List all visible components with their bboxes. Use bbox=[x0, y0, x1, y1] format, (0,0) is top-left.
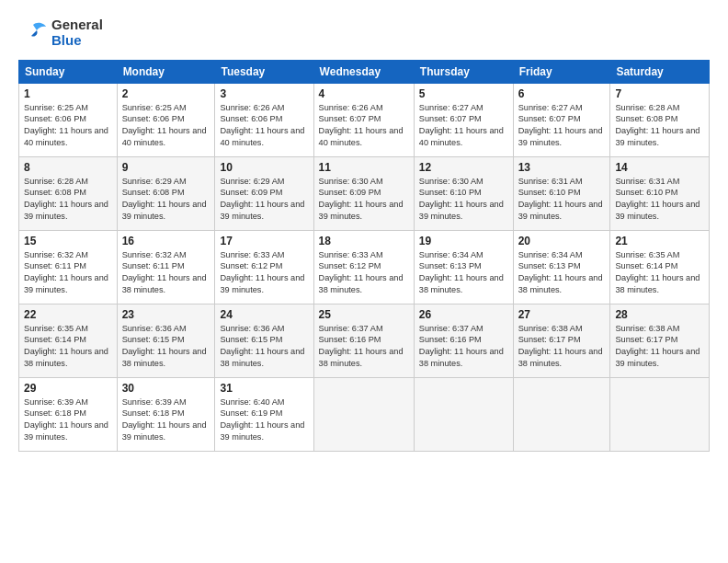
calendar-cell: 3 Sunrise: 6:26 AM Sunset: 6:06 PM Dayli… bbox=[215, 83, 313, 156]
calendar-cell: 11 Sunrise: 6:30 AM Sunset: 6:09 PM Dayl… bbox=[313, 156, 414, 230]
calendar-cell: 20 Sunrise: 6:34 AM Sunset: 6:13 PM Dayl… bbox=[513, 230, 610, 304]
day-info: Sunrise: 6:33 AM Sunset: 6:12 PM Dayligh… bbox=[319, 249, 409, 297]
logo-blue-label: Blue bbox=[51, 32, 103, 48]
day-info: Sunrise: 6:27 AM Sunset: 6:07 PM Dayligh… bbox=[518, 102, 606, 150]
weekday-header-row: SundayMondayTuesdayWednesdayThursdayFrid… bbox=[19, 60, 710, 83]
calendar-cell: 27 Sunrise: 6:38 AM Sunset: 6:17 PM Dayl… bbox=[513, 304, 610, 377]
calendar-cell: 24 Sunrise: 6:36 AM Sunset: 6:15 PM Dayl… bbox=[215, 304, 313, 377]
day-info: Sunrise: 6:25 AM Sunset: 6:06 PM Dayligh… bbox=[24, 102, 112, 150]
day-info: Sunrise: 6:25 AM Sunset: 6:06 PM Dayligh… bbox=[122, 102, 210, 150]
calendar-cell: 29 Sunrise: 6:39 AM Sunset: 6:18 PM Dayl… bbox=[19, 377, 118, 451]
day-info: Sunrise: 6:35 AM Sunset: 6:14 PM Dayligh… bbox=[24, 323, 112, 371]
day-info: Sunrise: 6:38 AM Sunset: 6:17 PM Dayligh… bbox=[615, 323, 704, 371]
day-number: 23 bbox=[122, 308, 210, 321]
day-number: 1 bbox=[24, 87, 112, 100]
calendar-cell: 14 Sunrise: 6:31 AM Sunset: 6:10 PM Dayl… bbox=[610, 156, 710, 230]
day-info: Sunrise: 6:26 AM Sunset: 6:07 PM Dayligh… bbox=[319, 102, 409, 150]
calendar-cell: 21 Sunrise: 6:35 AM Sunset: 6:14 PM Dayl… bbox=[610, 230, 710, 304]
logo-bird-icon bbox=[18, 17, 48, 47]
weekday-header-wednesday: Wednesday bbox=[313, 60, 414, 83]
calendar-week-5: 29 Sunrise: 6:39 AM Sunset: 6:18 PM Dayl… bbox=[19, 377, 710, 451]
calendar-cell: 30 Sunrise: 6:39 AM Sunset: 6:18 PM Dayl… bbox=[117, 377, 215, 451]
calendar-week-2: 8 Sunrise: 6:28 AM Sunset: 6:08 PM Dayli… bbox=[19, 156, 710, 230]
calendar-cell: 17 Sunrise: 6:33 AM Sunset: 6:12 PM Dayl… bbox=[215, 230, 313, 304]
day-info: Sunrise: 6:36 AM Sunset: 6:15 PM Dayligh… bbox=[220, 323, 308, 371]
day-number: 13 bbox=[518, 161, 606, 174]
day-number: 21 bbox=[615, 235, 704, 247]
day-number: 2 bbox=[122, 87, 210, 100]
weekday-header-thursday: Thursday bbox=[414, 60, 513, 83]
header: General Blue bbox=[18, 17, 710, 49]
day-number: 30 bbox=[122, 382, 210, 395]
calendar-cell: 31 Sunrise: 6:40 AM Sunset: 6:19 PM Dayl… bbox=[215, 377, 313, 451]
day-info: Sunrise: 6:28 AM Sunset: 6:08 PM Dayligh… bbox=[24, 176, 112, 224]
day-number: 7 bbox=[615, 87, 704, 100]
calendar-cell: 16 Sunrise: 6:32 AM Sunset: 6:11 PM Dayl… bbox=[117, 230, 215, 304]
day-info: Sunrise: 6:29 AM Sunset: 6:08 PM Dayligh… bbox=[122, 176, 210, 224]
day-number: 12 bbox=[419, 161, 508, 174]
calendar-week-1: 1 Sunrise: 6:25 AM Sunset: 6:06 PM Dayli… bbox=[19, 83, 710, 156]
logo-text-block: General Blue bbox=[18, 17, 103, 49]
calendar-cell: 6 Sunrise: 6:27 AM Sunset: 6:07 PM Dayli… bbox=[513, 83, 610, 156]
day-number: 20 bbox=[518, 235, 606, 247]
day-info: Sunrise: 6:37 AM Sunset: 6:16 PM Dayligh… bbox=[419, 323, 508, 371]
calendar-cell bbox=[414, 377, 513, 451]
day-number: 5 bbox=[419, 87, 508, 100]
day-info: Sunrise: 6:28 AM Sunset: 6:08 PM Dayligh… bbox=[615, 102, 704, 150]
calendar-cell: 7 Sunrise: 6:28 AM Sunset: 6:08 PM Dayli… bbox=[610, 83, 710, 156]
day-number: 27 bbox=[518, 308, 606, 321]
day-number: 14 bbox=[615, 161, 704, 174]
day-number: 4 bbox=[319, 87, 409, 100]
day-info: Sunrise: 6:30 AM Sunset: 6:09 PM Dayligh… bbox=[319, 176, 409, 224]
day-number: 11 bbox=[319, 161, 409, 174]
calendar-cell: 18 Sunrise: 6:33 AM Sunset: 6:12 PM Dayl… bbox=[313, 230, 414, 304]
day-number: 15 bbox=[24, 235, 112, 247]
calendar-body: 1 Sunrise: 6:25 AM Sunset: 6:06 PM Dayli… bbox=[19, 83, 710, 451]
day-info: Sunrise: 6:35 AM Sunset: 6:14 PM Dayligh… bbox=[615, 249, 704, 297]
day-info: Sunrise: 6:26 AM Sunset: 6:06 PM Dayligh… bbox=[220, 102, 308, 150]
day-info: Sunrise: 6:32 AM Sunset: 6:11 PM Dayligh… bbox=[24, 249, 112, 297]
day-info: Sunrise: 6:39 AM Sunset: 6:18 PM Dayligh… bbox=[122, 396, 210, 444]
calendar-cell: 15 Sunrise: 6:32 AM Sunset: 6:11 PM Dayl… bbox=[19, 230, 118, 304]
calendar-cell: 5 Sunrise: 6:27 AM Sunset: 6:07 PM Dayli… bbox=[414, 83, 513, 156]
calendar-cell bbox=[313, 377, 414, 451]
logo-general-label: General bbox=[51, 17, 103, 32]
calendar-cell: 26 Sunrise: 6:37 AM Sunset: 6:16 PM Dayl… bbox=[414, 304, 513, 377]
weekday-header-saturday: Saturday bbox=[610, 60, 710, 83]
day-number: 19 bbox=[419, 235, 508, 247]
logo: General Blue bbox=[18, 17, 103, 49]
calendar-cell: 2 Sunrise: 6:25 AM Sunset: 6:06 PM Dayli… bbox=[117, 83, 215, 156]
weekday-header-monday: Monday bbox=[117, 60, 215, 83]
day-number: 31 bbox=[220, 382, 308, 395]
calendar-cell: 22 Sunrise: 6:35 AM Sunset: 6:14 PM Dayl… bbox=[19, 304, 118, 377]
day-info: Sunrise: 6:37 AM Sunset: 6:16 PM Dayligh… bbox=[319, 323, 409, 371]
day-number: 28 bbox=[615, 308, 704, 321]
day-number: 26 bbox=[419, 308, 508, 321]
day-number: 18 bbox=[319, 235, 409, 247]
day-info: Sunrise: 6:30 AM Sunset: 6:10 PM Dayligh… bbox=[419, 176, 508, 224]
day-info: Sunrise: 6:31 AM Sunset: 6:10 PM Dayligh… bbox=[518, 176, 606, 224]
page: General Blue SundayMondayTuesdayWednesda… bbox=[0, 0, 728, 461]
day-info: Sunrise: 6:38 AM Sunset: 6:17 PM Dayligh… bbox=[518, 323, 606, 371]
calendar-cell: 4 Sunrise: 6:26 AM Sunset: 6:07 PM Dayli… bbox=[313, 83, 414, 156]
calendar-cell: 13 Sunrise: 6:31 AM Sunset: 6:10 PM Dayl… bbox=[513, 156, 610, 230]
calendar-cell: 12 Sunrise: 6:30 AM Sunset: 6:10 PM Dayl… bbox=[414, 156, 513, 230]
day-info: Sunrise: 6:34 AM Sunset: 6:13 PM Dayligh… bbox=[518, 249, 606, 297]
calendar-week-4: 22 Sunrise: 6:35 AM Sunset: 6:14 PM Dayl… bbox=[19, 304, 710, 377]
day-number: 24 bbox=[220, 308, 308, 321]
day-number: 3 bbox=[220, 87, 308, 100]
weekday-header-tuesday: Tuesday bbox=[215, 60, 313, 83]
day-info: Sunrise: 6:32 AM Sunset: 6:11 PM Dayligh… bbox=[122, 249, 210, 297]
calendar-cell: 19 Sunrise: 6:34 AM Sunset: 6:13 PM Dayl… bbox=[414, 230, 513, 304]
day-info: Sunrise: 6:39 AM Sunset: 6:18 PM Dayligh… bbox=[24, 396, 112, 444]
day-number: 6 bbox=[518, 87, 606, 100]
calendar-cell: 23 Sunrise: 6:36 AM Sunset: 6:15 PM Dayl… bbox=[117, 304, 215, 377]
calendar-cell: 1 Sunrise: 6:25 AM Sunset: 6:06 PM Dayli… bbox=[19, 83, 118, 156]
calendar-table: SundayMondayTuesdayWednesdayThursdayFrid… bbox=[18, 60, 710, 452]
day-number: 17 bbox=[220, 235, 308, 247]
day-info: Sunrise: 6:33 AM Sunset: 6:12 PM Dayligh… bbox=[220, 249, 308, 297]
calendar-cell: 10 Sunrise: 6:29 AM Sunset: 6:09 PM Dayl… bbox=[215, 156, 313, 230]
weekday-header-sunday: Sunday bbox=[19, 60, 118, 83]
day-info: Sunrise: 6:27 AM Sunset: 6:07 PM Dayligh… bbox=[419, 102, 508, 150]
calendar-cell bbox=[513, 377, 610, 451]
